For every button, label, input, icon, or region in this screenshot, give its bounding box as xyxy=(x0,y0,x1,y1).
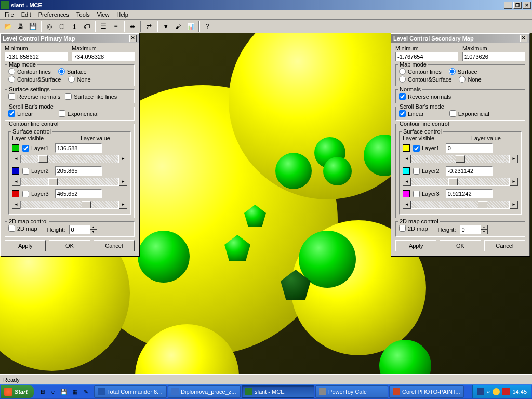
tool-node-icon[interactable]: ⬡ xyxy=(56,21,68,32)
tray-icon[interactable] xyxy=(477,388,484,395)
check-reverse-normals[interactable]: Reverse normals xyxy=(8,93,60,100)
check-layer3[interactable]: Layer3 xyxy=(22,191,49,197)
layer2-swatch xyxy=(12,167,19,175)
taskbar-item[interactable]: Diplomova_prace_z... xyxy=(168,385,241,398)
max-input[interactable] xyxy=(72,52,135,61)
tray-chevron-icon[interactable]: « xyxy=(487,389,490,395)
ql-ie-icon[interactable]: e xyxy=(48,386,58,397)
height-down-r[interactable]: ▼ xyxy=(481,230,488,234)
taskbar-item[interactable]: slant - MCE xyxy=(242,385,314,398)
height-up-r[interactable]: ▲ xyxy=(481,225,488,230)
check-linear-r[interactable]: Linear xyxy=(399,110,424,117)
layer3-slider[interactable]: ◄► xyxy=(12,201,127,209)
taskbar-item[interactable]: Corel PHOTO-PAINT... xyxy=(389,385,463,398)
layer2-slider-r[interactable]: ◄► xyxy=(403,178,518,186)
radio-surface[interactable]: Surface xyxy=(58,68,87,75)
min-input-r[interactable] xyxy=(395,52,458,61)
radio-contour-lines[interactable]: Contour lines xyxy=(8,68,51,75)
check-layer1-r[interactable]: Layer1 xyxy=(413,145,440,152)
radio-surface-r[interactable]: Surface xyxy=(449,68,477,75)
layer1-value-input[interactable] xyxy=(55,143,102,153)
close-button[interactable]: ✕ xyxy=(523,2,531,9)
min-input[interactable] xyxy=(5,52,68,61)
tool-print-icon[interactable]: 🖶 xyxy=(15,21,26,32)
apply-button-r[interactable]: Apply xyxy=(395,240,436,251)
ok-button-r[interactable]: OK xyxy=(440,240,481,251)
normals-group-label: Normals xyxy=(398,86,422,92)
ql-save-icon[interactable]: 💾 xyxy=(59,386,69,397)
tool-target-icon[interactable]: ◎ xyxy=(44,21,55,32)
tool-pt-icon[interactable]: 📊 xyxy=(185,21,196,32)
radio-none[interactable]: None xyxy=(68,76,90,83)
tool-help-icon[interactable]: ? xyxy=(202,21,213,32)
height-down[interactable]: ▼ xyxy=(90,230,97,234)
taskbar-item[interactable]: Total Commander 6... xyxy=(94,385,167,398)
tool-swap-icon[interactable]: ⇄ xyxy=(143,21,155,32)
check-linear[interactable]: Linear xyxy=(8,110,33,117)
check-layer3-r[interactable]: Layer3 xyxy=(413,191,440,197)
ok-button[interactable]: OK xyxy=(49,240,90,251)
check-2d-map-r[interactable]: 2D map xyxy=(399,225,428,232)
check-layer2-r[interactable]: Layer2 xyxy=(413,168,440,175)
panel-close-secondary[interactable]: ✕ xyxy=(520,35,527,42)
tool-save-icon[interactable]: 💾 xyxy=(27,21,38,32)
tool-list2-icon[interactable]: ≡ xyxy=(110,21,122,32)
layer3-value-input-r[interactable] xyxy=(446,189,493,198)
layer2-slider[interactable]: ◄► xyxy=(12,178,127,186)
layer2-value-input-r[interactable] xyxy=(446,166,493,176)
check-2d-map[interactable]: 2D map xyxy=(8,225,37,232)
tray-clock[interactable]: 14:45 xyxy=(512,389,527,395)
cancel-button-r[interactable]: Cancel xyxy=(484,240,525,251)
check-exponential[interactable]: Exponencial xyxy=(59,110,99,117)
layer-visible-label-r: Layer visible xyxy=(403,135,467,141)
start-button[interactable]: Start xyxy=(1,385,34,398)
menu-edit[interactable]: Edit xyxy=(18,10,35,19)
check-layer2[interactable]: Layer2 xyxy=(22,168,49,175)
menu-view[interactable]: View xyxy=(94,10,113,19)
check-exponential-r[interactable]: Exponencial xyxy=(449,110,489,117)
ql-app2-icon[interactable]: ✎ xyxy=(81,386,91,397)
menu-help[interactable]: Help xyxy=(113,10,132,19)
layer2-value-input[interactable] xyxy=(55,166,102,176)
layer3-slider-r[interactable]: ◄► xyxy=(403,201,518,209)
tool-brush-icon[interactable]: 🖌 xyxy=(172,21,184,32)
layer1-slider-r[interactable]: ◄► xyxy=(403,155,518,163)
layer-visible-label: Layer visible xyxy=(12,135,76,141)
menu-tools[interactable]: Tools xyxy=(73,10,94,19)
tray-icon[interactable] xyxy=(493,388,500,395)
height-up[interactable]: ▲ xyxy=(90,225,97,230)
layer1-slider[interactable]: ◄► xyxy=(12,155,127,163)
restore-button[interactable]: ❐ xyxy=(513,2,522,9)
minimize-button[interactable]: _ xyxy=(504,2,512,9)
tool-sec-icon[interactable]: ⬌ xyxy=(127,21,138,32)
tool-info-icon[interactable]: ℹ xyxy=(69,21,80,32)
layer2-swatch-r xyxy=(403,167,410,175)
ql-app1-icon[interactable]: ▦ xyxy=(70,386,80,397)
height-input[interactable] xyxy=(69,225,90,234)
height-input-r[interactable] xyxy=(460,225,481,234)
tray-battery-icon[interactable] xyxy=(502,388,510,395)
menu-preferences[interactable]: Preferences xyxy=(35,10,73,19)
radio-none-r[interactable]: None xyxy=(459,76,481,83)
taskbar-item[interactable]: PowerToy Calc xyxy=(315,385,388,398)
apply-button[interactable]: Apply xyxy=(5,240,46,251)
layer3-value-input[interactable] xyxy=(55,189,102,198)
max-label: Maximum xyxy=(72,45,135,51)
tool-list-icon[interactable]: ☰ xyxy=(98,21,109,32)
check-surface-like-lines[interactable]: Surface like lines xyxy=(65,93,117,100)
cancel-button[interactable]: Cancel xyxy=(94,240,135,251)
check-layer1[interactable]: Layer1 xyxy=(22,145,49,152)
max-input-r[interactable] xyxy=(462,52,525,61)
menu-file[interactable]: File xyxy=(1,10,18,19)
radio-contour-surface[interactable]: Contour&Surface xyxy=(8,76,61,83)
radio-contour-lines-r[interactable]: Contour lines xyxy=(399,68,442,75)
panel-title-secondary: Level Control Secondary Map xyxy=(393,35,520,42)
ql-desktop-icon[interactable]: 🖥 xyxy=(37,386,47,397)
tool-ds-icon[interactable]: ♥ xyxy=(160,21,171,32)
layer1-value-input-r[interactable] xyxy=(446,143,493,153)
tool-label-icon[interactable]: 🏷 xyxy=(81,21,92,32)
panel-close-primary[interactable]: ✕ xyxy=(129,35,137,42)
check-reverse-normals-r[interactable]: Reverse normals xyxy=(399,93,451,100)
tool-open-icon[interactable]: 📂 xyxy=(2,21,14,32)
radio-contour-surface-r[interactable]: Contour&Surface xyxy=(399,76,451,83)
